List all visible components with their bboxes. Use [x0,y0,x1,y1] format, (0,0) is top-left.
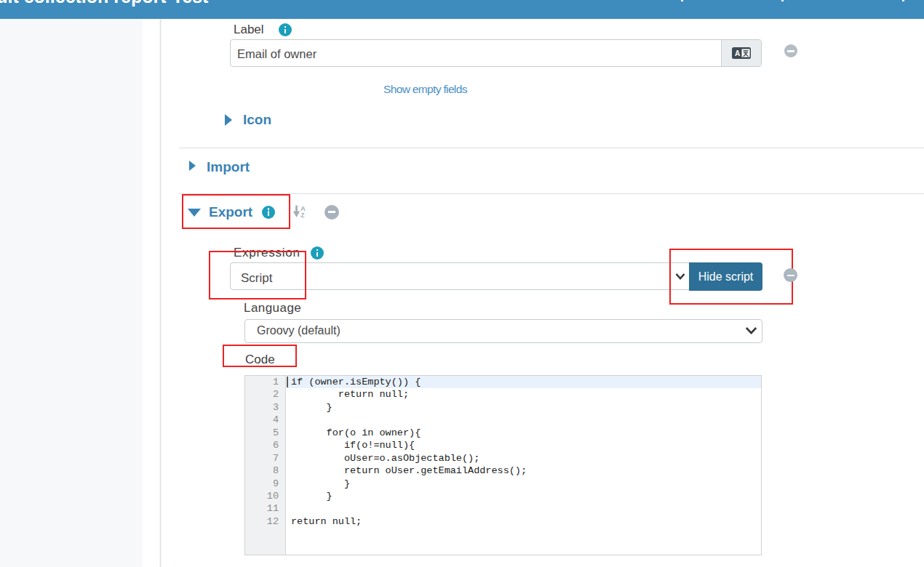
svg-text:A: A [735,49,740,57]
svg-text:Z: Z [300,212,304,218]
